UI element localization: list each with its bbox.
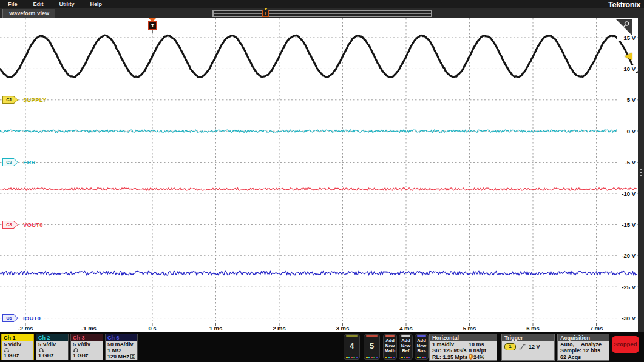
- trigger-marker-stem: [152, 30, 153, 33]
- multicolor-strip: [399, 357, 412, 358]
- y-axis-label: -5 V: [625, 159, 636, 166]
- c2-tag-icon[interactable]: C2: [2, 158, 18, 166]
- channel-label-c3-vout0[interactable]: C3 VOUT0: [2, 221, 43, 229]
- add-new-math-button[interactable]: Add New Math: [383, 334, 397, 360]
- multicolor-strip: [344, 357, 359, 358]
- x-axis-label: 3 ms: [336, 325, 350, 332]
- acquisition-panel-title: Acquisition: [558, 334, 609, 341]
- trigger-panel[interactable]: Trigger 1 12 V: [501, 334, 555, 361]
- multicolor-strip: [384, 357, 396, 358]
- minimap-trigger-icon[interactable]: T: [262, 10, 269, 17]
- x-axis-label: 1 ms: [209, 325, 223, 332]
- c6-label-text: IOUT0: [23, 315, 41, 321]
- trace-c3: [0, 188, 637, 190]
- run-status-stopped-button[interactable]: Stopped: [612, 336, 639, 353]
- magnifier-icon[interactable]: [622, 21, 630, 28]
- horizontal-panel-title: Horizontal: [430, 334, 497, 341]
- ch3-bandwidth: 1 GHz: [71, 352, 103, 358]
- ch6-scale: 50 mA/div: [106, 341, 137, 347]
- y-axis-label: -25 V: [622, 284, 636, 290]
- scrollbar-grip-dot: [640, 172, 642, 173]
- add-new-ref-label: Add New Ref: [399, 338, 412, 354]
- ch6-impedance: 1 MΩ: [106, 347, 137, 354]
- ch5-color-stripe: [366, 335, 378, 337]
- channel-label-c2-err[interactable]: C2 ERR: [2, 158, 36, 166]
- scrollbar-grip-dot: [640, 175, 642, 176]
- y-axis-label: 15 V: [623, 35, 636, 41]
- x-axis-label: 6 ms: [526, 325, 540, 332]
- channel-badge-ch6[interactable]: Ch 6 50 mA/div 1 MΩ 120 MHzB: [105, 334, 138, 360]
- ch4-button-label: 4: [344, 341, 359, 350]
- record-minimap[interactable]: T: [212, 10, 432, 17]
- y-axis-label: -30 V: [622, 315, 636, 321]
- trigger-source-badge: 1: [504, 343, 516, 350]
- multicolor-strip: [415, 357, 428, 358]
- c1-tag-icon[interactable]: C1: [2, 96, 18, 104]
- acquisition-panel[interactable]: Acquisition Auto,Analyze Sample: 12 bits…: [557, 334, 609, 361]
- c3-label-text: VOUT0: [23, 221, 43, 228]
- ch4-color-stripe: [346, 335, 358, 337]
- probe-icon: [4, 347, 10, 352]
- acquisition-analyze: Analyze: [581, 341, 602, 347]
- trace-c6: [0, 271, 637, 275]
- x-axis-label: 4 ms: [399, 325, 413, 332]
- tab-waveform-view[interactable]: Waveform View: [2, 9, 55, 18]
- ch2-badge-title: Ch 2: [36, 334, 68, 341]
- channel-button-4[interactable]: 4: [344, 334, 360, 360]
- x-axis-label: 7 ms: [590, 325, 603, 332]
- bus-color-stripe: [417, 335, 426, 337]
- x-axis-label: 5 ms: [463, 325, 476, 332]
- channel-badge-ch2[interactable]: Ch 2 5 V/div 1 GHz: [36, 334, 69, 360]
- record-length: RL: 1.25 Mpts: [432, 354, 469, 360]
- waveform-display: -2 ms-1 ms0 s1 ms2 ms3 ms4 ms5 ms6 ms7 m…: [0, 18, 638, 332]
- menu-file[interactable]: File: [0, 1, 25, 7]
- tab-bar: Waveform View T: [0, 8, 644, 18]
- horizontal-position: 24%: [473, 354, 484, 360]
- trigger-level-value: 12 V: [529, 344, 540, 350]
- x-axis-label: -1 ms: [81, 325, 97, 332]
- ch6-bandwidth: 120 MHz: [107, 354, 129, 360]
- menu-edit[interactable]: Edit: [25, 1, 52, 7]
- trigger-marker-t-icon: T: [148, 21, 157, 30]
- x-axis-label: 2 ms: [273, 325, 286, 332]
- position-shield-icon: [469, 354, 473, 360]
- x-axis-label: 0 s: [148, 325, 156, 332]
- horizontal-window: 10 ms: [469, 341, 484, 347]
- channel-badge-ch1[interactable]: Ch 1 5 V/div 1 GHz: [1, 334, 34, 360]
- acquisition-count: 62 Acqs: [558, 354, 609, 360]
- channel-label-c6-iout0[interactable]: C6 IOUT0: [2, 314, 41, 322]
- button-group-divider: [381, 335, 381, 359]
- ch1-badge-title: Ch 1: [2, 334, 33, 341]
- menu-help[interactable]: Help: [83, 1, 110, 7]
- ch3-badge-title: Ch 3: [71, 334, 103, 341]
- channel-badge-ch3[interactable]: Ch 3 5 V/div 1 GHz: [70, 334, 103, 360]
- ch5-button-label: 5: [364, 341, 379, 350]
- acquisition-sample: Sample: 12 bits: [558, 347, 609, 354]
- multicolor-strip: [364, 357, 379, 358]
- ch3-scale: 5 V/div: [71, 341, 103, 347]
- c6-tag-icon[interactable]: C6: [2, 314, 18, 322]
- add-new-ref-button[interactable]: Add New Ref: [399, 334, 413, 360]
- trace-c1: [0, 35, 637, 77]
- x-axis-label: -2 ms: [18, 325, 33, 332]
- c1-label-text: SUPPLY: [23, 96, 46, 103]
- trigger-level-arrow-icon[interactable]: [625, 53, 632, 60]
- vertical-scrollbar[interactable]: [638, 18, 644, 332]
- menu-utility[interactable]: Utility: [52, 1, 83, 7]
- channel-button-5[interactable]: 5: [364, 334, 380, 360]
- add-new-math-label: Add New Math: [384, 338, 396, 354]
- tektronix-logo: Tektronix: [608, 0, 640, 9]
- channel-label-c1-supply[interactable]: C1 SUPPLY: [2, 96, 46, 104]
- y-axis-label: -10 V: [622, 190, 636, 197]
- ch2-scale: 5 V/div: [36, 341, 68, 347]
- menu-bar: File Edit Utility Help Tektronix: [0, 0, 644, 8]
- c3-tag-icon[interactable]: C3: [2, 221, 18, 229]
- add-new-bus-label: Add New Bus: [415, 338, 428, 354]
- ref-color-stripe: [401, 335, 410, 337]
- horizontal-panel[interactable]: Horizontal 1 ms/div10 ms SR: 125 MS/s8 n…: [429, 334, 497, 361]
- acquisition-mode: Auto,: [560, 341, 581, 347]
- ch6-badge-title: Ch 6: [106, 334, 137, 341]
- trigger-position-marker[interactable]: T: [148, 18, 157, 32]
- add-new-bus-button[interactable]: Add New Bus: [415, 334, 429, 360]
- oscilloscope-app: File Edit Utility Help Tektronix Wavefor…: [0, 0, 644, 362]
